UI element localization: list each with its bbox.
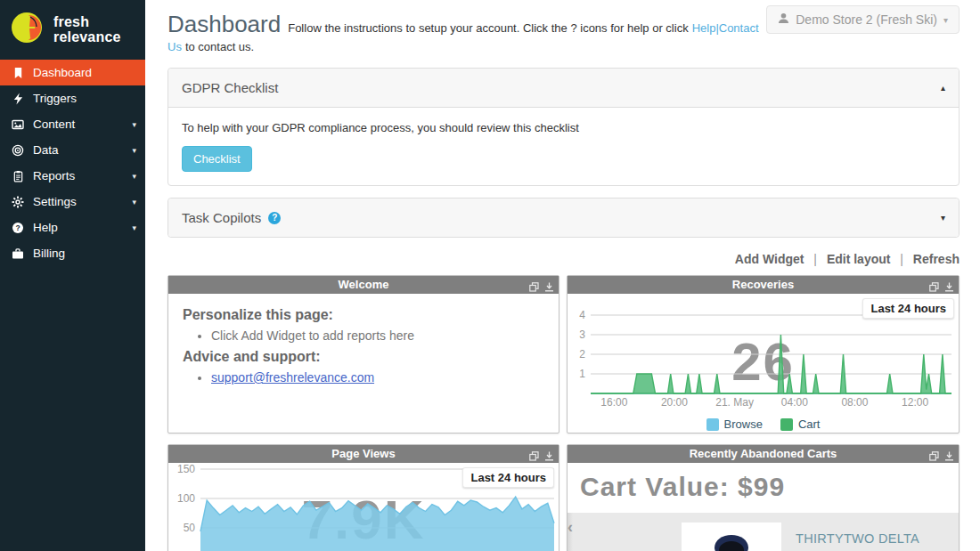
chevron-down-icon: ▾ (132, 198, 136, 207)
svg-text:100: 100 (177, 492, 195, 505)
sidebar-nav: Dashboard Triggers Content ▾ Data (0, 60, 145, 266)
svg-text:50: 50 (184, 522, 196, 534)
welcome-bullet-add-widget: Click Add Widget to add reports here (211, 328, 544, 343)
cart-carousel: ‹ (568, 513, 959, 551)
question-icon: ? (11, 222, 25, 234)
range-badge: Last 24 hours (862, 298, 954, 319)
image-icon (11, 118, 25, 131)
svg-text:3: 3 (579, 328, 585, 341)
abandoned-carts-widget: Recently Abandoned Carts Cart Value: $99… (567, 444, 960, 551)
chevron-up-icon[interactable]: ▴ (941, 83, 945, 93)
main-content: Demo Store 2 (Fresh Ski) ▾ DashboardFoll… (145, 0, 980, 551)
refresh-link[interactable]: Refresh (913, 252, 960, 266)
widget-grid: Welcome Personalize this page: Click Add… (167, 275, 960, 551)
add-widget-link[interactable]: Add Widget (735, 252, 804, 266)
sidebar-item-triggers[interactable]: Triggers (0, 85, 145, 111)
chevron-down-icon: ▾ (132, 223, 136, 232)
gdpr-panel: GDPR Checklist ▴ To help with your GDPR … (167, 68, 960, 186)
svg-text:20:00: 20:00 (661, 396, 688, 409)
user-icon (778, 12, 789, 27)
svg-text:?: ? (15, 223, 20, 232)
abandoned-carts-widget-header[interactable]: Recently Abandoned Carts (568, 445, 959, 463)
brand-logo[interactable]: fresh relevance (0, 0, 145, 60)
recoveries-widget-title: Recoveries (732, 278, 794, 291)
pageviews-widget-header[interactable]: Page Views (168, 445, 559, 463)
clipboard-icon (11, 170, 25, 182)
sidebar-item-help[interactable]: ? Help ▾ (0, 215, 145, 240)
svg-text:150: 150 (177, 463, 195, 475)
svg-text:12:00: 12:00 (902, 396, 928, 409)
sidebar-item-label: Dashboard (33, 66, 136, 79)
sidebar-item-label: Data (33, 143, 132, 157)
pageviews-widget: Page Views Last 24 hours 7.9K 50100150 (167, 444, 559, 551)
app-root: fresh relevance Dashboard Triggers (0, 0, 980, 551)
page-header: DashboardFollow the instructions to setu… (145, 0, 787, 56)
page-description: Follow the instructions to setup your ac… (288, 21, 688, 35)
cart-value: Cart Value: $99 (568, 463, 959, 513)
store-selector-label: Demo Store 2 (Fresh Ski) (796, 12, 937, 27)
target-icon (11, 144, 25, 157)
edit-layout-link[interactable]: Edit layout (827, 252, 891, 266)
browse-legend-label: Browse (724, 417, 763, 431)
sidebar-item-label: Content (33, 117, 132, 131)
brand-logo-icon (11, 10, 46, 49)
page-title: Dashboard (167, 11, 281, 37)
gdpr-panel-header[interactable]: GDPR Checklist ▴ (168, 69, 959, 107)
product-image (682, 523, 781, 551)
sidebar-item-label: Billing (33, 247, 136, 260)
gear-icon (11, 196, 25, 208)
task-copilots-panel: Task Copilots ? ▾ (167, 198, 960, 238)
briefcase-icon (11, 247, 25, 260)
gdpr-panel-text: To help with your GDPR compliance proces… (182, 121, 945, 134)
checklist-button[interactable]: Checklist (182, 146, 252, 172)
chart-legend: Browse Cart (568, 417, 959, 431)
welcome-widget: Welcome Personalize this page: Click Add… (167, 275, 559, 434)
bookmark-icon (11, 67, 25, 79)
welcome-heading-advice: Advice and support: (183, 349, 544, 365)
svg-text:21. May: 21. May (715, 396, 754, 409)
welcome-widget-header[interactable]: Welcome (168, 276, 559, 294)
svg-text:1: 1 (579, 368, 585, 380)
task-copilots-title: Task Copilots (182, 210, 261, 225)
svg-text:04:00: 04:00 (781, 396, 808, 409)
svg-text:16:00: 16:00 (600, 396, 627, 409)
svg-text:2: 2 (579, 348, 585, 361)
sidebar-item-reports[interactable]: Reports ▾ (0, 163, 145, 189)
task-copilots-header[interactable]: Task Copilots ? ▾ (168, 199, 959, 237)
bolt-icon (11, 93, 25, 105)
svg-text:4: 4 (579, 309, 585, 321)
cart-legend-swatch (780, 418, 793, 431)
chevron-down-icon: ▾ (943, 15, 948, 25)
gdpr-panel-body: To help with your GDPR compliance proces… (168, 107, 959, 185)
carousel-item[interactable]: Thirtytwo Delta Snowboard Jacket 2013 In… (573, 513, 959, 551)
sidebar-item-data[interactable]: Data ▾ (0, 137, 145, 163)
gdpr-panel-title: GDPR Checklist (182, 80, 278, 95)
chevron-down-icon[interactable]: ▾ (941, 213, 945, 223)
toolbar-separator: | (900, 252, 903, 266)
svg-text:08:00: 08:00 (841, 396, 868, 409)
sidebar-item-label: Help (33, 221, 132, 234)
sidebar-item-label: Reports (33, 169, 132, 182)
welcome-heading-personalize: Personalize this page: (183, 307, 544, 323)
chevron-down-icon: ▾ (132, 172, 136, 181)
sidebar-item-content[interactable]: Content ▾ (0, 111, 145, 137)
sidebar-item-billing[interactable]: Billing (0, 240, 145, 266)
sidebar: fresh relevance Dashboard Triggers (0, 0, 145, 551)
support-email-link[interactable]: support@freshrelevance.com (211, 370, 374, 385)
recoveries-widget-header[interactable]: Recoveries (568, 276, 959, 294)
page-description-tail: to contact us. (185, 40, 254, 53)
abandoned-carts-widget-title: Recently Abandoned Carts (690, 447, 837, 460)
sidebar-item-settings[interactable]: Settings ▾ (0, 189, 145, 215)
store-selector-button[interactable]: Demo Store 2 (Fresh Ski) ▾ (766, 5, 960, 34)
brand-logo-text: fresh relevance (53, 14, 121, 45)
recoveries-widget: Recoveries Last 24 hours 26 123416:0020:… (567, 275, 960, 434)
welcome-widget-title: Welcome (339, 278, 389, 291)
browse-legend-swatch (706, 418, 719, 431)
sidebar-item-label: Settings (33, 195, 132, 208)
product-title[interactable]: Thirtytwo Delta Snowboard Jacket 2013 In… (796, 523, 959, 551)
sidebar-item-dashboard[interactable]: Dashboard (0, 60, 145, 85)
abandoned-carts-body: Cart Value: $99 ‹ (568, 463, 959, 551)
help-icon[interactable]: ? (268, 212, 281, 224)
pageviews-widget-title: Page Views (331, 447, 395, 460)
sidebar-item-label: Triggers (33, 92, 136, 105)
